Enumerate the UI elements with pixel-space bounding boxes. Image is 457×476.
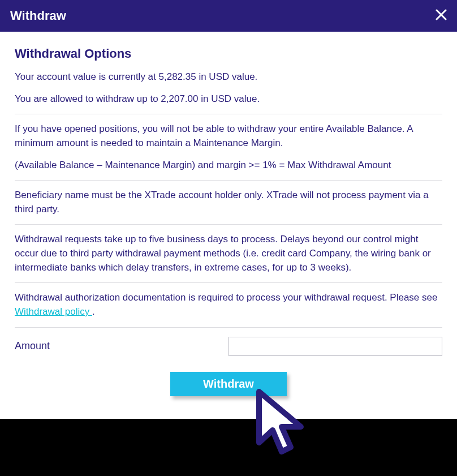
section-heading: Withdrawal Options <box>15 46 442 61</box>
amount-input[interactable] <box>228 337 442 356</box>
divider <box>15 114 442 114</box>
allowed-withdraw-text: You are allowed to withdraw up to 2,207.… <box>15 92 442 106</box>
submit-row: Withdraw <box>15 372 442 396</box>
dialog-title: Withdraw <box>10 8 66 23</box>
amount-row: Amount <box>15 337 442 356</box>
beneficiary-note: Beneficiary name must be the XTrade acco… <box>15 188 442 216</box>
authorization-suffix: . <box>92 306 95 317</box>
authorization-note: Withdrawal authorization documentation i… <box>15 291 442 319</box>
divider <box>15 180 442 181</box>
formula-note: (Available Balance – Maintenance Margin)… <box>15 158 442 173</box>
positions-note: If you have opened positions, you will n… <box>15 122 442 150</box>
divider <box>15 224 442 225</box>
dialog-body: Withdrawal Options Your account value is… <box>0 32 457 419</box>
close-icon[interactable] <box>436 9 447 23</box>
withdraw-dialog: Withdraw Withdrawal Options Your account… <box>0 0 457 419</box>
withdraw-button[interactable]: Withdraw <box>170 372 287 396</box>
backdrop <box>0 419 457 475</box>
divider <box>15 327 442 328</box>
authorization-prefix: Withdrawal authorization documentation i… <box>15 292 437 303</box>
dialog-titlebar: Withdraw <box>0 0 457 32</box>
delay-note: Withdrawal requests take up to five busi… <box>15 233 442 275</box>
withdrawal-policy-link[interactable]: Withdrawal policy <box>15 306 92 317</box>
account-value-text: Your account value is currently at 5,282… <box>15 70 442 84</box>
amount-label: Amount <box>15 340 50 352</box>
divider <box>15 282 442 283</box>
